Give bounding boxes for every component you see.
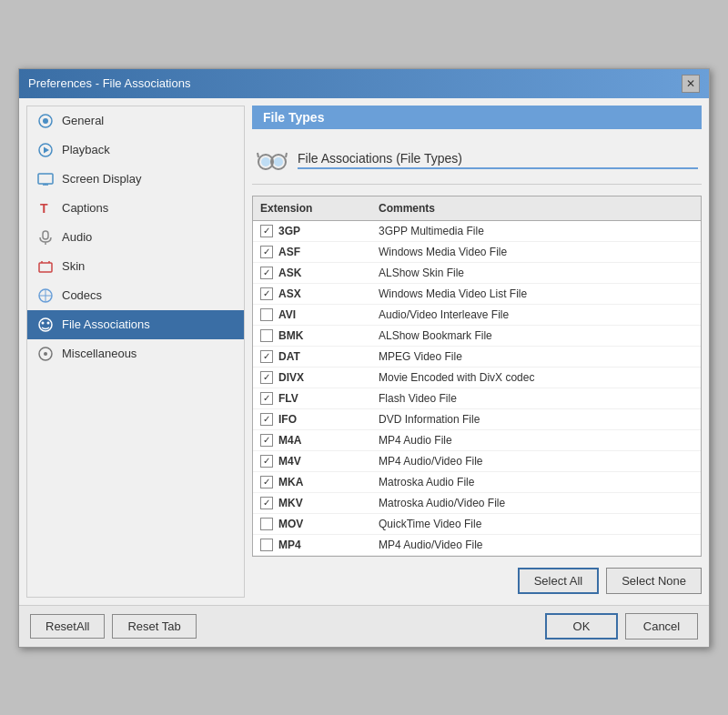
- table-row: M4AMP4 Audio File: [253, 430, 701, 451]
- select-all-button[interactable]: Select All: [518, 568, 599, 594]
- file-assoc-header: File Associations (File Types): [252, 136, 702, 185]
- file-checkbox[interactable]: [260, 539, 273, 551]
- sidebar-item-skin[interactable]: Skin: [27, 252, 244, 281]
- table-row: DATMPEG Video File: [253, 347, 701, 368]
- comment-label: Matroska Audio File: [371, 474, 701, 490]
- comment-label: ALShow Bookmark File: [371, 327, 701, 344]
- sidebar-item-screen-display[interactable]: Screen Display: [27, 165, 244, 194]
- file-checkbox[interactable]: [260, 246, 273, 258]
- table-row: MKAMatroska Audio File: [253, 472, 701, 493]
- extension-label: AVI: [278, 308, 296, 321]
- general-icon: [36, 112, 55, 130]
- extension-label: BMK: [278, 329, 303, 342]
- scroll-spacer: [686, 200, 701, 217]
- table-row: ASXWindows Media Video List File: [253, 284, 701, 305]
- extension-label: M4A: [278, 434, 301, 447]
- file-checkbox[interactable]: [260, 371, 273, 384]
- file-list-body[interactable]: 3GP3GPP Multimedia FileASFWindows Media …: [253, 221, 701, 556]
- file-checkbox[interactable]: [260, 350, 273, 363]
- table-row: M4VMP4 Audio/Video File: [253, 451, 701, 472]
- svg-rect-8: [43, 231, 48, 239]
- table-row: MOVQuickTime Video File: [253, 514, 701, 535]
- file-assoc-title: File Associations (File Types): [298, 151, 698, 169]
- sidebar-item-codecs[interactable]: Codecs: [27, 281, 244, 310]
- col-extension: Extension: [253, 200, 371, 217]
- sidebar-label-playback: Playback: [62, 143, 110, 156]
- sidebar-label-skin: Skin: [62, 259, 85, 273]
- svg-point-18: [47, 321, 50, 324]
- file-row-ext: MKA: [253, 474, 371, 490]
- sidebar-item-file-associations[interactable]: File Associations: [27, 310, 244, 339]
- sidebar-item-captions[interactable]: T Captions: [27, 194, 244, 223]
- comment-label: 3GPP Multimedia File: [371, 223, 701, 239]
- file-row-ext: AVI: [253, 307, 371, 323]
- file-checkbox[interactable]: [260, 518, 273, 530]
- file-checkbox[interactable]: [260, 455, 273, 468]
- file-checkbox[interactable]: [260, 267, 273, 279]
- svg-rect-10: [39, 263, 52, 272]
- svg-point-17: [42, 321, 45, 324]
- svg-point-23: [261, 157, 270, 166]
- file-row-ext: BMK: [253, 327, 371, 344]
- sidebar-label-file-associations: File Associations: [62, 317, 150, 331]
- extension-label: IFO: [278, 413, 297, 426]
- table-row: BMKALShow Bookmark File: [253, 326, 701, 347]
- file-row-ext: IFO: [253, 411, 371, 428]
- extension-label: MKA: [278, 476, 303, 488]
- content-area: File Types: [252, 106, 702, 598]
- file-checkbox[interactable]: [260, 497, 273, 509]
- file-row-ext: FLV: [253, 390, 371, 407]
- extension-label: ASX: [278, 287, 301, 300]
- footer-left: ResetAll Reset Tab: [30, 614, 197, 639]
- reset-tab-button[interactable]: Reset Tab: [112, 614, 196, 639]
- file-checkbox[interactable]: [260, 225, 273, 237]
- extension-label: 3GP: [278, 225, 300, 237]
- file-row-ext: DIVX: [253, 369, 371, 386]
- extension-label: FLV: [278, 392, 298, 405]
- table-row: FLVFlash Video File: [253, 388, 701, 409]
- extension-label: MP4: [278, 539, 301, 551]
- comment-label: Matroska Audio/Video File: [371, 495, 701, 511]
- file-checkbox[interactable]: [260, 308, 273, 321]
- svg-point-20: [44, 352, 47, 356]
- sidebar-item-general[interactable]: General: [27, 106, 244, 136]
- file-associations-icon: [36, 316, 55, 334]
- file-row-ext: M4V: [253, 453, 371, 469]
- sidebar-item-playback[interactable]: Playback: [27, 136, 244, 165]
- file-checkbox[interactable]: [260, 413, 273, 426]
- table-row: ASFWindows Media Video File: [253, 242, 701, 263]
- sidebar-item-audio[interactable]: Audio: [27, 223, 244, 252]
- file-checkbox[interactable]: [260, 287, 273, 300]
- comment-label: QuickTime Video File: [371, 516, 701, 532]
- table-row: ASKALShow Skin File: [253, 263, 701, 284]
- cancel-button[interactable]: Cancel: [625, 613, 698, 639]
- comment-label: Windows Media Video List File: [371, 286, 701, 302]
- footer: ResetAll Reset Tab OK Cancel: [19, 605, 709, 647]
- file-row-ext: MOV: [253, 516, 371, 532]
- file-checkbox[interactable]: [260, 476, 273, 488]
- main-window: Preferences - File Associations ✕ Genera…: [18, 68, 710, 648]
- file-checkbox[interactable]: [260, 329, 273, 342]
- window-title: Preferences - File Associations: [28, 76, 190, 90]
- file-list-header: Extension Comments: [253, 196, 701, 221]
- comment-label: ALShow Skin File: [371, 265, 701, 281]
- sidebar-item-miscellaneous[interactable]: Miscellaneous: [27, 339, 244, 368]
- file-checkbox[interactable]: [260, 434, 273, 447]
- title-bar: Preferences - File Associations ✕: [19, 69, 709, 98]
- select-none-button[interactable]: Select None: [606, 568, 702, 594]
- comment-label: MP4 Audio/Video File: [371, 537, 701, 553]
- section-header: File Types: [252, 106, 702, 129]
- file-checkbox[interactable]: [260, 392, 273, 405]
- table-row: AVIAudio/Video Interleave File: [253, 305, 701, 326]
- action-buttons: Select All Select None: [252, 564, 702, 598]
- ok-button[interactable]: OK: [545, 613, 618, 639]
- svg-marker-3: [44, 146, 49, 153]
- svg-point-24: [274, 157, 283, 166]
- comment-label: MP4 Audio File: [371, 432, 701, 448]
- close-button[interactable]: ✕: [682, 75, 700, 93]
- table-row: DIVXMovie Encoded with DivX codec: [253, 368, 701, 388]
- window-body: General Playback Screen Display T: [19, 98, 709, 647]
- reset-all-button[interactable]: ResetAll: [30, 614, 105, 639]
- extension-label: DIVX: [278, 371, 304, 384]
- sidebar-label-captions: Captions: [62, 201, 108, 215]
